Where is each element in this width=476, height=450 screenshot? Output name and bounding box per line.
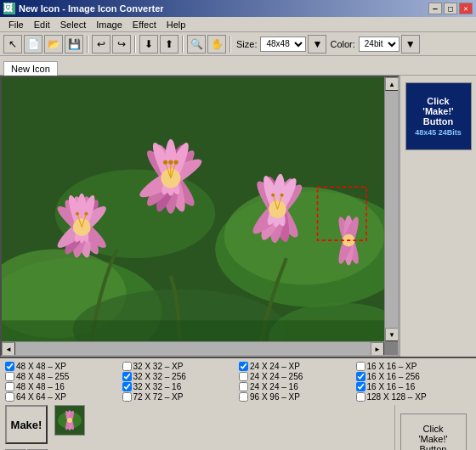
checkbox-2[interactable] [239, 362, 248, 371]
checkbox-item-13: 72 X 72 – XP [122, 392, 238, 402]
checkbox-10[interactable] [239, 382, 248, 391]
checkbox-item-15: 128 X 128 – XP [356, 392, 472, 402]
checkbox-item-12: 64 X 64 – XP [5, 392, 121, 402]
checkbox-9[interactable] [122, 382, 132, 391]
right-preview-box[interactable]: Click 'Make!' Button 48x45 24Bits [405, 82, 472, 150]
tool-undo[interactable]: ↩ [92, 35, 110, 53]
window-title: New Icon - Image Icon Converter [19, 3, 428, 14]
svg-point-49 [271, 194, 275, 197]
checkbox-12[interactable] [5, 392, 14, 402]
checkbox-item-0: 48 X 48 – XP [5, 362, 121, 371]
tool-new[interactable]: 📄 [24, 35, 42, 53]
tab-bar: New Icon [0, 56, 476, 75]
right-make-label: 'Make!' [422, 106, 453, 116]
make-controls: Make! Size Edit 532,159 32 x 32 [5, 405, 48, 450]
checkbox-3[interactable] [356, 362, 366, 371]
sep4 [230, 36, 231, 53]
color-select[interactable]: 4bit 8bit 24bit 32bit [359, 37, 400, 52]
right-preview-panel: Click 'Make!' Button 48x45 24Bits [400, 76, 476, 357]
toolbar: ↖ 📄 📂 💾 ↩ ↪ ⬇ ⬆ 🔍 ✋ Size: 16x16 24x24 32… [0, 32, 476, 56]
checkbox-4[interactable] [5, 372, 14, 381]
menu-image[interactable]: Image [91, 18, 128, 31]
color-dropdown[interactable]: ▼ [401, 35, 420, 53]
preview-thumbnail[interactable] [54, 405, 85, 436]
checkbox-item-9: 32 X 32 – 16 [122, 382, 238, 391]
checkbox-14[interactable] [239, 392, 248, 402]
checkbox-grid: 48 X 48 – XP 32 X 32 – XP 24 X 24 – XP 1… [5, 362, 471, 402]
checkbox-label-5: 32 X 32 – 256 [133, 372, 186, 381]
tool-import[interactable]: ⬇ [139, 35, 158, 53]
svg-point-21 [84, 212, 88, 216]
tool-arrow[interactable]: ↖ [3, 35, 22, 53]
bottom-click-make[interactable]: Click 'Make!' Button [400, 413, 467, 450]
bottom-preview [51, 405, 88, 436]
menu-file[interactable]: File [3, 18, 29, 31]
checkbox-15[interactable] [356, 392, 366, 402]
checkbox-label-7: 16 X 16 – 256 [367, 372, 420, 381]
tool-open[interactable]: 📂 [44, 35, 63, 53]
checkbox-label-1: 32 X 32 – XP [133, 362, 184, 371]
menu-edit[interactable]: Edit [29, 18, 55, 31]
scroll-v-track[interactable] [385, 91, 398, 328]
tool-redo[interactable]: ↪ [112, 35, 131, 53]
scroll-up-btn[interactable]: ▲ [385, 77, 399, 91]
right-button-label: Button [423, 116, 453, 127]
checkbox-label-8: 48 X 48 – 16 [16, 382, 65, 391]
scroll-left-btn[interactable]: ◄ [2, 342, 15, 356]
make-button[interactable]: Make! [5, 405, 48, 444]
checkbox-11[interactable] [356, 382, 366, 391]
scroll-right-btn[interactable]: ► [371, 342, 384, 356]
title-bar: 🖼 New Icon - Image Icon Converter — □ ✕ [0, 0, 476, 17]
checkbox-label-15: 128 X 128 – XP [367, 392, 427, 402]
menu-effect[interactable]: Effect [128, 18, 162, 31]
scroll-down-btn[interactable]: ▼ [385, 328, 399, 341]
scroll-h-track[interactable] [15, 342, 371, 355]
tool-save[interactable]: 💾 [65, 35, 83, 53]
svg-rect-55 [2, 320, 384, 341]
checkbox-item-3: 16 X 16 – XP [356, 362, 472, 371]
svg-point-50 [280, 194, 284, 197]
checkbox-label-6: 24 X 24 – 256 [250, 372, 303, 381]
checkbox-item-7: 16 X 16 – 256 [356, 372, 472, 381]
tool-hand[interactable]: ✋ [207, 35, 226, 53]
sep1 [87, 36, 88, 53]
checkbox-0[interactable] [5, 362, 14, 371]
tool-zoom[interactable]: 🔍 [187, 35, 206, 53]
checkbox-item-8: 48 X 48 – 16 [5, 382, 121, 391]
checkbox-label-3: 16 X 16 – XP [367, 362, 417, 371]
checkbox-1[interactable] [122, 362, 132, 371]
image-canvas[interactable] [2, 77, 384, 341]
tool-export[interactable]: ⬆ [160, 35, 178, 53]
minimize-button[interactable]: — [428, 3, 442, 14]
checkbox-label-11: 16 X 16 – 16 [367, 382, 416, 391]
right-click-label: Click [427, 96, 449, 106]
checkbox-label-0: 48 X 48 – XP [16, 362, 66, 371]
checkbox-item-4: 48 X 48 – 255 [5, 372, 121, 381]
size-dropdown[interactable]: ▼ [308, 35, 326, 53]
right-size-info: 48x45 24Bits [415, 128, 462, 137]
checkbox-13[interactable] [122, 392, 132, 402]
menu-select[interactable]: Select [55, 18, 92, 31]
maximize-button[interactable]: □ [444, 3, 457, 14]
checkbox-item-6: 24 X 24 – 256 [239, 372, 354, 381]
size-select[interactable]: 16x16 24x24 32x32 48x48 64x64 [260, 37, 306, 52]
svg-point-35 [163, 160, 167, 164]
svg-point-20 [76, 212, 79, 216]
checkbox-label-14: 96 X 96 – XP [250, 392, 300, 402]
checkbox-label-12: 64 X 64 – XP [16, 392, 66, 402]
checkbox-6[interactable] [239, 372, 248, 381]
checkbox-8[interactable] [5, 382, 14, 391]
close-button[interactable]: ✕ [459, 3, 473, 14]
checkbox-7[interactable] [356, 372, 366, 381]
sep2 [134, 36, 136, 53]
menu-help[interactable]: Help [162, 18, 191, 31]
color-label: Color: [330, 39, 354, 49]
horizontal-scrollbar[interactable]: ◄ ► [2, 341, 384, 355]
svg-point-62 [67, 418, 72, 423]
canvas-area[interactable]: ▲ ▼ ◄ ► [0, 76, 400, 357]
checkbox-5[interactable] [122, 372, 132, 381]
vertical-scrollbar[interactable]: ▲ ▼ [384, 77, 398, 341]
tab-new-icon[interactable]: New Icon [3, 61, 58, 76]
checkbox-item-10: 24 X 24 – 16 [239, 382, 354, 391]
app-icon: 🖼 [3, 3, 15, 14]
